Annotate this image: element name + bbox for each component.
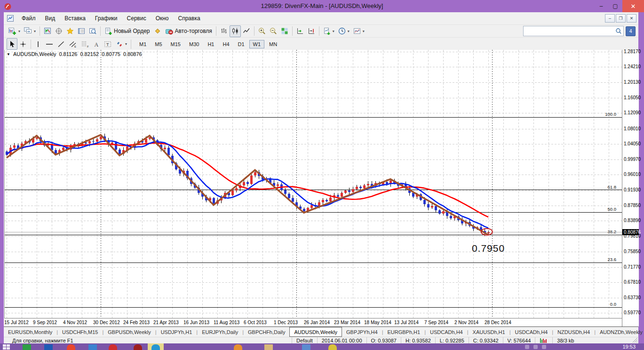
chevron-down-icon[interactable]: ▼ — [7, 52, 10, 56]
menu-item-1[interactable]: Файл — [17, 14, 40, 23]
chevron-down-icon[interactable]: ▾ — [333, 29, 334, 33]
taskbar-app-icon-3[interactable] — [67, 344, 75, 350]
taskbar-app-icon-2[interactable] — [44, 344, 53, 350]
candlestick-chart-button[interactable] — [230, 25, 241, 37]
zoom-out-button[interactable] — [268, 25, 279, 37]
chart-tab-eurusdh-monthly[interactable]: EURUSDh,Monthly — [4, 327, 56, 337]
chevron-down-icon[interactable]: ▾ — [348, 29, 350, 33]
navigator-button[interactable] — [64, 25, 76, 37]
menu-item-6[interactable]: Окно — [151, 14, 174, 23]
chart-tab-usdcadh-h4[interactable]: USDCADh,H4 — [511, 327, 552, 337]
horizontal-line-button[interactable] — [43, 38, 56, 50]
status-profile[interactable]: Default — [292, 337, 317, 343]
menu-item-3[interactable]: Вставка — [60, 14, 90, 23]
taskbar-clock[interactable]: 19:53 — [622, 344, 636, 350]
taskbar-app-icon-11[interactable] — [328, 344, 337, 350]
chart-tab-usdchfh-m15[interactable]: USDCHFh,M15 — [58, 327, 102, 337]
data-window-button[interactable] — [53, 25, 64, 37]
chart-tab-audusdh-weekly[interactable]: AUDUSDh,Weekly — [289, 327, 342, 337]
terminal-button[interactable] — [76, 25, 87, 37]
zoom-in-button[interactable] — [256, 25, 268, 37]
tile-windows-button[interactable] — [279, 25, 290, 37]
autotrading-button[interactable]: Авто-торговля — [163, 25, 214, 37]
timeframe-d1-button[interactable]: D1 — [234, 40, 248, 48]
taskbar-app-icon-9[interactable] — [264, 344, 273, 350]
close-button[interactable]: ✕ — [622, 0, 644, 12]
notification-badge[interactable]: 4 — [626, 26, 636, 36]
search-input[interactable] — [524, 27, 615, 35]
arrows-tool-button[interactable]: ▾ — [114, 38, 129, 50]
minimize-button[interactable]: – — [594, 0, 608, 12]
auto-scroll-button[interactable] — [294, 25, 306, 37]
chevron-down-icon[interactable]: ▾ — [34, 29, 36, 33]
taskbar-app-icon-1[interactable] — [23, 344, 31, 350]
chevron-down-icon[interactable]: ▾ — [125, 42, 127, 46]
mdi-close-button[interactable]: ✕ — [627, 14, 636, 23]
periods-button[interactable]: ▾ — [336, 25, 351, 37]
chart-window[interactable]: ▼ AUDUSDh,Weekly 0.81126 0.82152 0.80775… — [4, 50, 638, 326]
trendline-button[interactable] — [56, 38, 67, 50]
timeframe-m5-button[interactable]: M5 — [151, 40, 166, 48]
chart-tab-audnzdh-weekly[interactable]: AUDNZDh,Weekly — [596, 327, 644, 337]
taskbar-app-icon-8[interactable] — [234, 344, 242, 350]
windows-taskbar[interactable]: 19:53 — [0, 343, 644, 350]
timeframe-m15-button[interactable]: M15 — [167, 40, 184, 48]
chart-tab-eurgbph-h1[interactable]: EURGBPh,H1 — [383, 327, 424, 337]
timeframe-m1-button[interactable]: M1 — [135, 40, 150, 48]
chevron-down-icon[interactable]: ▾ — [363, 29, 365, 33]
strategy-tester-button[interactable] — [87, 25, 98, 37]
new-chart-button[interactable]: ▾ — [7, 25, 22, 37]
taskbar-app-icon-4[interactable] — [88, 344, 97, 350]
bar-chart-button[interactable] — [218, 25, 230, 37]
menu-item-5[interactable]: Сервис — [122, 14, 151, 23]
menu-item-7[interactable]: Справка — [174, 14, 205, 23]
taskbar-app-icon-5[interactable] — [109, 344, 117, 350]
line-chart-button[interactable] — [241, 25, 252, 37]
title-bar[interactable]: 129859: DivenFX-Main - [AUDUSDh,Weekly] … — [0, 0, 644, 12]
metaeditor-button[interactable] — [152, 25, 163, 37]
chart-tab-eurjpyh-daily[interactable]: EURJPYh,Daily — [198, 327, 242, 337]
resize-grip[interactable] — [632, 337, 638, 344]
chart-tab-nzdusdh-h4[interactable]: NZDUSDh,H4 — [553, 327, 594, 337]
mdi-restore-button[interactable]: ❐ — [616, 14, 626, 23]
chart-shift-button[interactable] — [306, 25, 317, 37]
timeframe-w1-button[interactable]: W1 — [249, 40, 265, 48]
templates-button[interactable]: ▾ — [351, 25, 366, 37]
tray-icon[interactable] — [525, 345, 529, 349]
vertical-line-button[interactable] — [33, 38, 43, 50]
market-watch-button[interactable] — [42, 25, 53, 37]
search-box[interactable] — [523, 26, 624, 36]
chevron-down-icon[interactable]: ▾ — [18, 29, 20, 33]
chart-tab-usdcadh-h4[interactable]: USDCADh,H4 — [426, 327, 467, 337]
timeframe-m30-button[interactable]: M30 — [185, 40, 203, 48]
timeframe-mn-button[interactable]: MN — [265, 40, 281, 48]
text-tool-button[interactable]: A — [91, 38, 102, 50]
timeframe-h4-button[interactable]: H4 — [219, 40, 233, 48]
start-button[interactable] — [3, 344, 10, 350]
tray-icon[interactable] — [542, 345, 546, 349]
chart-tab-usdjpyh-h1[interactable]: USDJPYh,H1 — [157, 327, 197, 337]
taskbar-app-icon-6[interactable] — [134, 344, 142, 350]
chart-tab-gbpusdh-weekly[interactable]: GBPUSDh,Weekly — [103, 327, 155, 337]
chart-tab-gbpchfh-daily[interactable]: GBPCHFh,Daily — [244, 327, 289, 337]
timeframe-h1-button[interactable]: H1 — [204, 40, 218, 48]
date-axis[interactable]: 15 Jul 20129 Sep 20124 Nov 201230 Dec 20… — [4, 318, 622, 327]
chart-tab-gbpjpyh-h4[interactable]: GBPJPYh,H4 — [342, 327, 382, 337]
mdi-minimize-button[interactable]: – — [605, 14, 615, 23]
new-order-button[interactable]: Новый Ордер — [103, 25, 151, 37]
price-axis[interactable]: 1.281701.242101.201301.160501.120901.080… — [622, 50, 639, 326]
chart-plot[interactable]: 100.061.850.038.223.60.00.7950 — [4, 50, 622, 318]
menu-item-2[interactable]: Вид — [40, 14, 60, 23]
taskbar-app-icon-7[interactable] — [151, 344, 160, 350]
profiles-button[interactable]: ▾ — [22, 25, 38, 37]
chart-tab-xauusdh-h1[interactable]: XAUUSDh,H1 — [469, 327, 509, 337]
equidistant-channel-button[interactable]: E — [67, 38, 79, 50]
label-tool-button[interactable]: T — [102, 38, 114, 50]
search-icon[interactable] — [615, 28, 623, 34]
indicators-button[interactable]: ▾ — [321, 25, 336, 37]
crosshair-button[interactable] — [17, 38, 29, 50]
tray-icon[interactable] — [533, 345, 538, 349]
fibonacci-button[interactable]: F — [79, 38, 91, 50]
taskbar-app-icon-10[interactable] — [302, 344, 310, 350]
menu-item-4[interactable]: Графики — [90, 14, 122, 23]
